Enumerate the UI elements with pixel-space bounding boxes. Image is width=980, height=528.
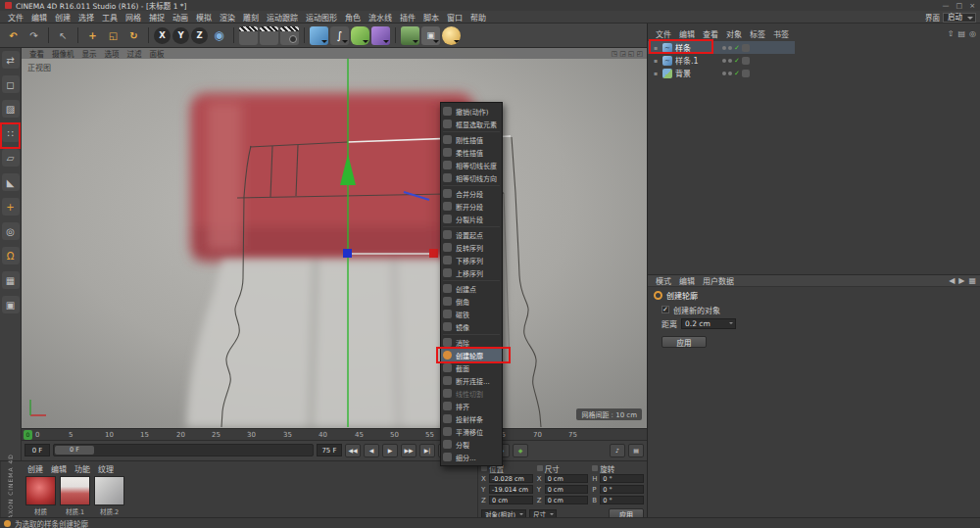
create-new-object-checkbox[interactable]: ✓ [662,306,669,313]
point-mode-icon[interactable]: ∷ [2,124,20,142]
editor-visibility-dot[interactable] [722,72,726,75]
menu-motion-tracker[interactable]: 运动跟踪 [263,12,302,23]
ctx-hard-interpolation[interactable]: 刚性插值 [441,133,502,146]
om-filter-icon[interactable]: ▤ [957,29,965,38]
ctx-move-down-sequence[interactable]: 下移序列 [441,254,502,266]
ctx-frame-selected[interactable]: 框显选取元素 [441,118,502,130]
sound-icon[interactable]: ♪ [610,444,625,457]
expand-toggle-icon[interactable]: ▪ [654,57,660,64]
mat-menu-function[interactable]: 功能 [71,463,94,474]
size-z-field[interactable]: 0 cm [545,496,589,504]
spline-pen-icon[interactable]: ∫ [330,26,349,45]
vp-menu-camera[interactable]: 摄像机 [48,48,78,59]
menu-tools[interactable]: 工具 [98,12,122,23]
render-visibility-dot[interactable] [728,59,732,63]
tag-icon[interactable] [742,70,750,77]
position-z-field[interactable]: 0 cm [489,496,533,504]
enabled-check-icon[interactable]: ✓ [734,57,740,65]
am-menu-mode[interactable]: 模式 [652,275,675,286]
snap-icon[interactable]: Ω [2,247,20,264]
close-button[interactable]: × [969,2,975,10]
om-menu-file[interactable]: 文件 [652,28,675,39]
menu-sculpt[interactable]: 雕刻 [239,12,263,23]
render-visibility-dot[interactable] [728,72,732,75]
material-item[interactable]: 材质 [25,476,56,516]
material-preview[interactable] [25,476,56,505]
am-menu-user-data[interactable]: 用户数据 [699,275,738,286]
menu-script[interactable]: 脚本 [419,12,443,23]
ctx-cross-section[interactable]: 截面 [441,361,502,374]
subdivision-surface-icon[interactable] [351,26,369,45]
timeline-options-icon[interactable]: ▤ [628,444,644,457]
object-row-background[interactable]: ▪ 背景 ✓ [648,67,980,79]
solo-mode-icon[interactable]: ◎ [2,222,20,240]
am-options-icon[interactable]: ▦ [968,276,976,285]
viewport[interactable]: 查看 摄像机 显示 选项 过滤 面板 ◳ ◲ ◱ ◰ 正视图 网格间距 : 10… [22,48,647,428]
render-view-icon[interactable] [239,26,258,45]
deformer-icon[interactable] [371,26,390,45]
light-icon[interactable] [442,26,461,45]
vp-menu-panel[interactable]: 面板 [146,48,169,59]
vp-menu-options[interactable]: 选项 [101,48,123,59]
frame-end-field[interactable]: 75 F [317,444,342,456]
vp-corner-icon-2[interactable]: ◲ [619,50,626,58]
layout-select[interactable]: 启动 [943,13,976,23]
menu-plugins[interactable]: 插件 [396,12,419,23]
ctx-join-segment[interactable]: 合并分段 [441,187,502,200]
vp-corner-icon-4[interactable]: ◰ [636,50,643,58]
expand-toggle-icon[interactable]: ▪ [654,44,660,51]
make-editable-icon[interactable]: ⇄ [2,51,20,69]
menu-select[interactable]: 选择 [74,12,98,23]
editor-visibility-dot[interactable] [722,46,726,50]
material-item[interactable]: 材质.1 [60,476,90,516]
next-frame-icon[interactable]: ▶▶ [401,444,416,457]
enabled-check-icon[interactable]: ✓ [734,44,740,52]
timeline-scrubber[interactable]: 0 F [53,444,314,456]
menu-help[interactable]: 帮助 [466,12,490,23]
position-y-field[interactable]: -19.014 cm [489,485,533,494]
rotation-b-field[interactable]: 0 ° [600,496,644,504]
scale-tool-icon[interactable]: ◱ [104,26,122,45]
size-y-field[interactable]: 0 cm [545,485,589,494]
viewport-canvas[interactable] [22,48,647,428]
menu-animate[interactable]: 动画 [169,12,192,23]
ctx-smooth-shift[interactable]: 平滑移位 [441,425,502,438]
cube-primitive-icon[interactable] [310,26,328,45]
om-menu-edit[interactable]: 编辑 [675,28,699,39]
render-visibility-dot[interactable] [728,46,732,50]
camera-icon[interactable]: ▣ [421,26,440,45]
menu-render[interactable]: 渲染 [216,12,239,23]
ctx-mirror[interactable]: 镜像 [441,320,502,333]
om-search-icon[interactable]: ◎ [969,29,976,38]
om-menu-view[interactable]: 查看 [699,28,722,39]
ctx-move-up-sequence[interactable]: 上移序列 [441,266,502,279]
om-menu-tags[interactable]: 标签 [746,28,769,39]
ctx-project-spline[interactable]: 投射样条 [441,412,502,425]
editor-visibility-dot[interactable] [722,59,726,63]
goto-start-icon[interactable]: ◀◀ [345,444,361,457]
playhead[interactable]: 0 [24,430,32,440]
expand-toggle-icon[interactable]: ▪ [654,70,660,76]
key-rotation-icon[interactable]: ◆ [513,444,528,457]
ctx-chamfer[interactable]: 倒角 [441,295,502,308]
am-back-icon[interactable]: ◀ [949,276,955,285]
ctx-subdivide[interactable]: 细分... [441,451,502,463]
size-x-field[interactable]: 0 cm [545,474,589,483]
menu-snap[interactable]: 捕捉 [145,12,169,23]
mat-menu-edit[interactable]: 编辑 [47,463,71,474]
redo-icon[interactable]: ↷ [24,26,43,45]
menu-pipeline[interactable]: 流水线 [365,12,396,23]
menu-character[interactable]: 角色 [341,12,365,23]
scrubber-thumb[interactable]: 0 F [55,446,94,455]
render-region-icon[interactable] [260,26,278,45]
play-icon[interactable]: ▶ [382,444,398,457]
menu-create[interactable]: 创建 [51,12,74,23]
ctx-equal-tangent-length[interactable]: 相等切线长度 [441,159,502,171]
axis-mode-icon[interactable]: + [2,198,20,216]
ctx-explode-segments[interactable]: 分裂片段 [441,213,502,225]
om-path-icon[interactable]: ⇧ [948,29,955,38]
mat-menu-create[interactable]: 创建 [24,463,47,474]
workplane-icon[interactable]: ▦ [2,271,20,289]
am-forward-icon[interactable]: ▶ [958,276,964,285]
maximize-button[interactable]: □ [956,2,963,10]
